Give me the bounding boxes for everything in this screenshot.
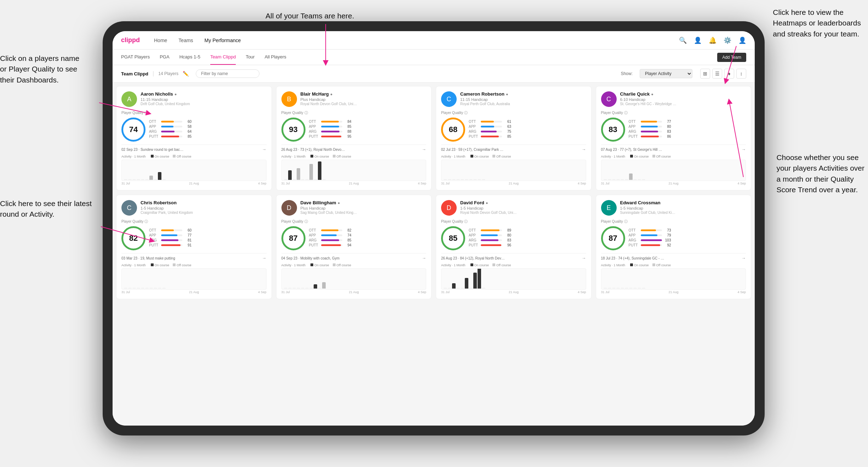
quality-score[interactable]: 85	[441, 226, 465, 250]
activity-label: Activity · 1 Month	[121, 155, 146, 158]
round-arrow: →	[262, 256, 267, 261]
nav-my-performance[interactable]: My Performance	[205, 38, 241, 43]
stats-grid: OTT 89 APP 80 ARG 83 PUTT 9	[469, 228, 586, 248]
activity-chart	[601, 268, 746, 290]
filter-input[interactable]	[196, 69, 259, 78]
show-label: Show:	[621, 71, 633, 76]
quality-score[interactable]: 87	[601, 226, 625, 250]
player-avatar: D	[441, 200, 457, 216]
player-avatar: D	[281, 200, 297, 216]
on-course-legend: On course	[470, 155, 489, 158]
quality-score[interactable]: 68	[441, 118, 465, 142]
player-card[interactable]: C Charlie Quick ● 6-10 Handicap St. Geor…	[596, 86, 752, 190]
player-card[interactable]: A Aaron Nicholls ● 11-15 Handicap Drift …	[116, 86, 272, 190]
tab-pgat[interactable]: PGAT Players	[121, 50, 150, 65]
player-avatar: C	[441, 91, 457, 107]
activity-label: Activity · 1 Month	[441, 155, 466, 158]
search-icon[interactable]: 🔍	[679, 36, 687, 44]
quality-score[interactable]: 74	[121, 118, 145, 142]
edit-icon[interactable]: ✏️	[183, 71, 189, 76]
show-select[interactable]: Player Activity Quality Score Trend	[640, 69, 692, 78]
player-name[interactable]: Chris Robertson	[141, 200, 267, 205]
nav-teams[interactable]: Teams	[178, 38, 193, 43]
player-club: St. George's Hill GC - Weybridge - Surre…	[620, 102, 677, 106]
latest-round[interactable]: 07 Aug 23 · 77 (+7), St George's Hill GC…	[601, 144, 746, 152]
add-team-button[interactable]: Add Team	[717, 53, 746, 62]
player-name[interactable]: David Ford ●	[460, 200, 586, 205]
profile-icon[interactable]: 👤	[738, 36, 746, 44]
player-name[interactable]: Cameron Robertson ●	[460, 91, 586, 97]
activity-legend: Activity · 1 Month On course Off course	[281, 155, 427, 158]
latest-round[interactable]: 02 Sep 23 · Sundew round to get back int…	[121, 144, 267, 152]
latest-round[interactable]: 26 Aug 23 · 73 (+1), Royal North Devon G…	[281, 144, 427, 152]
filter-icon[interactable]: ♦	[724, 69, 734, 79]
latest-round[interactable]: 26 Aug 23 · 84 (+12), Royal North Devon …	[441, 253, 586, 261]
list-view-icon[interactable]: ☰	[712, 69, 722, 79]
player-name[interactable]: Blair McHarg ●	[301, 91, 427, 97]
latest-round[interactable]: 04 Sep 23 · Mobility with coach, Gym →	[281, 253, 427, 261]
activity-legend: Activity · 1 Month On course Off course	[121, 263, 267, 267]
latest-round[interactable]: 18 Jul 23 · 74 (+4), Sunningdale GC - Ol…	[601, 253, 746, 261]
tab-pga[interactable]: PGA	[160, 50, 169, 65]
activity-section: Activity · 1 Month On course Off course …	[441, 263, 586, 294]
round-arrow: →	[742, 256, 746, 261]
chart-dates: 31 Jul21 Aug4 Sep	[281, 182, 427, 185]
latest-round[interactable]: 02 Jul 23 · 59 (+17), Craigmillar Park G…	[441, 144, 586, 152]
quality-label: Player Quality ⓘ	[601, 219, 746, 224]
player-info: Chris Robertson 1-5 Handicap Craigmillar…	[141, 200, 267, 215]
player-card[interactable]: C Cameron Robertson ● 11-15 Handicap Roy…	[436, 86, 592, 190]
bell-icon[interactable]: 🔔	[709, 36, 716, 44]
nav-home[interactable]: Home	[154, 38, 167, 43]
player-card[interactable]: D David Ford ● 1-5 Handicap Royal North …	[436, 195, 592, 299]
player-club: Sunningdale Golf Club, United Kingdom	[620, 211, 677, 215]
quality-section: 93 OTT 84 APP 85 ARG 88 PUTT	[281, 118, 427, 142]
tab-team-clippd[interactable]: Team Clippd	[210, 50, 236, 65]
sort-icon[interactable]: ↕	[736, 69, 746, 79]
stats-grid: OTT 84 APP 85 ARG 88 PUTT 9	[309, 120, 427, 139]
off-course-legend: Off course	[333, 263, 351, 267]
player-handicap: 1-5 Handicap	[141, 206, 267, 210]
settings-icon[interactable]: ⚙️	[724, 36, 731, 44]
player-name[interactable]: Aaron Nicholls ●	[141, 91, 267, 97]
tab-all-players[interactable]: All Players	[264, 50, 286, 65]
latest-round[interactable]: 03 Mar 23 · 19, Must make putting →	[121, 253, 267, 261]
player-handicap: 1-5 Handicap	[460, 206, 586, 210]
annotation-heatmaps: Click here to view theHeatmaps or leader…	[773, 7, 861, 39]
player-club: Drift Golf Club, United Kingdom	[141, 102, 197, 106]
grid-view-icon[interactable]: ⊞	[700, 69, 710, 79]
player-card-header: C Chris Robertson 1-5 Handicap Craigmill…	[121, 200, 267, 216]
user-icon[interactable]: 👤	[694, 36, 702, 44]
player-name[interactable]: Charlie Quick ●	[620, 91, 746, 97]
round-arrow: →	[582, 147, 586, 152]
tab-tour[interactable]: Tour	[246, 50, 255, 65]
quality-score[interactable]: 82	[121, 226, 145, 250]
round-text: 26 Aug 23 · 84 (+12), Royal North Devon …	[441, 256, 505, 260]
annotation-activities: Choose whether you seeyour players Activ…	[776, 152, 864, 195]
chart-dates: 31 Jul21 Aug4 Sep	[121, 290, 267, 294]
player-card-header: C Cameron Robertson ● 11-15 Handicap Roy…	[441, 91, 586, 107]
quality-section: 82 OTT 60 APP 77 ARG 81 PUTT	[121, 226, 267, 250]
quality-score[interactable]: 83	[601, 118, 625, 142]
player-avatar: B	[281, 91, 297, 107]
player-card[interactable]: C Chris Robertson 1-5 Handicap Craigmill…	[116, 195, 272, 299]
quality-label: Player Quality ⓘ	[601, 110, 746, 115]
player-name[interactable]: Edward Crossman	[620, 200, 746, 205]
player-name[interactable]: Dave Billingham ●	[301, 200, 427, 205]
activity-section: Activity · 1 Month On course Off course …	[121, 263, 267, 294]
quality-score[interactable]: 93	[281, 118, 305, 142]
player-info: Blair McHarg ● Plus Handicap Royal North…	[301, 91, 427, 106]
quality-label: Player Quality ⓘ	[121, 110, 267, 115]
on-course-legend: On course	[470, 263, 489, 267]
brand-logo[interactable]: clippd	[121, 36, 140, 44]
player-card[interactable]: D Dave Billingham ● Plus Handicap Sag Ma…	[276, 195, 432, 299]
quality-score[interactable]: 87	[281, 226, 305, 250]
player-card[interactable]: B Blair McHarg ● Plus Handicap Royal Nor…	[276, 86, 432, 190]
quality-label: Player Quality ⓘ	[441, 110, 586, 115]
tab-hcaps[interactable]: Hcaps 1-5	[179, 50, 200, 65]
activity-label: Activity · 1 Month	[601, 155, 626, 158]
player-card[interactable]: E Edward Crossman 1-5 Handicap Sunningda…	[596, 195, 752, 299]
activity-chart	[441, 268, 586, 290]
annotation-dashboards: Click on a players nameor Player Quality…	[0, 53, 79, 85]
view-icons: ⊞ ☰ ♦ ↕	[700, 69, 746, 79]
player-card-header: C Charlie Quick ● 6-10 Handicap St. Geor…	[601, 91, 746, 107]
